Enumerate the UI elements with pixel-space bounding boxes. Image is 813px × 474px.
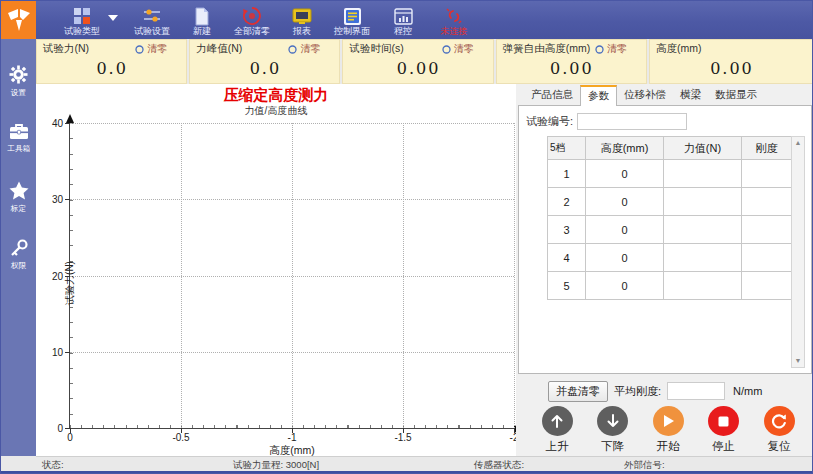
clear-test-force-button[interactable]: 清零: [135, 42, 167, 56]
table-cell: [742, 244, 792, 272]
x-tick-label: -1.5: [394, 432, 411, 443]
metric-label: 高度(mm): [656, 42, 702, 56]
x-tick-label: 0: [67, 432, 73, 443]
clear-peak-force-button[interactable]: 清零: [288, 42, 320, 56]
table-cell: 4: [548, 244, 586, 272]
stop-button[interactable]: 停止: [701, 406, 747, 454]
column-header-height: 高度(mm): [586, 137, 664, 160]
star-icon: [9, 181, 29, 200]
y-tick-label: 10: [52, 346, 63, 357]
x-tick-label: -1: [288, 432, 297, 443]
sidebar-item-label: 权限: [11, 261, 26, 272]
clear-test-time-button[interactable]: 清零: [442, 42, 474, 56]
toolbar-item-label: 程控: [394, 26, 412, 37]
tab-data-display[interactable]: 数据显示: [708, 86, 764, 105]
toolbar-disconnected-indicator[interactable]: 未连接: [426, 1, 482, 39]
avg-stiffness-label: 平均刚度:: [614, 384, 661, 399]
table-cell: [742, 188, 792, 216]
toolbar-test-type-button[interactable]: 试验类型: [54, 1, 110, 39]
tab-parameters[interactable]: 参数: [580, 85, 617, 106]
clear-label: 清零: [300, 42, 320, 56]
steps-table: 5档 高度(mm) 力值(N) 刚度 1020304050 ▲ ▼: [547, 136, 805, 368]
x-tick-label: -0.5: [172, 432, 189, 443]
control-label: 上升: [546, 439, 569, 454]
clear-circle-icon: [595, 45, 604, 54]
avg-stiffness-input[interactable]: [667, 382, 725, 400]
sidebar-item-settings[interactable]: 设置: [1, 61, 36, 119]
toolbar-item-label: 试验类型: [64, 26, 100, 37]
toolbar-program-control-button[interactable]: 程控: [380, 1, 426, 39]
y-tick-label: 30: [52, 194, 63, 205]
right-panel: 产品信息 参数 位移补偿 横梁 数据显示 试验编号: 5档 高度(mm) 力值(…: [516, 84, 813, 456]
table-cell: 0: [586, 244, 664, 272]
tab-product-info[interactable]: 产品信息: [524, 86, 580, 105]
stop-icon: [708, 406, 739, 436]
play-icon: [653, 406, 684, 436]
table-cell: 3: [548, 216, 586, 244]
y-tick-label: 20: [52, 270, 63, 281]
tab-displacement-compensation[interactable]: 位移补偿: [617, 86, 673, 105]
sidebar-item-toolbox[interactable]: 工具箱: [1, 119, 36, 177]
toolbar-report-button[interactable]: 报表: [280, 1, 324, 39]
program-control-icon: [394, 6, 413, 26]
metric-free-height: 弹簧自由高度(mm) 清零 0.00: [496, 39, 647, 84]
toolbar-item-label: 控制界面: [334, 26, 370, 37]
toolbar-clear-all-button[interactable]: 全部清零: [224, 1, 280, 39]
scroll-up-icon[interactable]: ▲: [795, 137, 802, 149]
clear-circle-icon: [135, 45, 144, 54]
y-axis-label: 试验力(N): [63, 261, 77, 305]
table-cell: [664, 216, 742, 244]
table-cell: 0: [586, 160, 664, 188]
metric-label: 弹簧自由高度(mm): [503, 42, 591, 56]
table-row[interactable]: 10: [548, 160, 792, 188]
gridline: [181, 123, 182, 428]
reset-icon: [764, 406, 795, 436]
metric-label: 试验时间(s): [349, 42, 403, 56]
table-row[interactable]: 20: [548, 188, 792, 216]
scroll-down-icon[interactable]: ▼: [795, 355, 802, 367]
clear-all-icon: [242, 6, 262, 26]
app-logo-icon: [1, 1, 36, 39]
table-cell: [664, 272, 742, 300]
table-cell: [742, 160, 792, 188]
table-cell: 0: [586, 272, 664, 300]
parameters-panel: 试验编号: 5档 高度(mm) 力值(N) 刚度 1020304050: [518, 106, 812, 374]
new-document-icon: [194, 6, 210, 26]
sidebar-item-label: 标定: [11, 204, 26, 215]
move-up-button[interactable]: 上升: [534, 406, 580, 454]
disconnected-link-icon: [444, 6, 464, 26]
toolbar-test-settings-button[interactable]: 试验设置: [124, 1, 180, 39]
y-tick-label: 0: [57, 423, 63, 434]
table-row[interactable]: 40: [548, 244, 792, 272]
control-label: 下降: [601, 439, 624, 454]
tare-plate-zero-button[interactable]: 并盘清零: [548, 381, 608, 402]
gridline: [292, 123, 293, 428]
clear-label: 清零: [454, 42, 474, 56]
table-cell: 2: [548, 188, 586, 216]
report-icon: [292, 6, 312, 26]
table-cell: 5: [548, 272, 586, 300]
column-header-stiffness: 刚度: [742, 137, 792, 160]
plot-area[interactable]: 试验力(N) 高度(mm) 0102030400-0.5-1-1.5-2: [69, 123, 514, 429]
dropdown-caret-icon[interactable]: [108, 15, 118, 21]
table-row[interactable]: 30: [548, 216, 792, 244]
table-row[interactable]: 50: [548, 272, 792, 300]
sidebar-item-calibration[interactable]: 标定: [1, 177, 36, 235]
reset-button[interactable]: 复位: [756, 406, 802, 454]
toolbar-item-label: 全部清零: [234, 26, 270, 37]
start-button[interactable]: 开始: [645, 406, 691, 454]
clear-free-height-button[interactable]: 清零: [595, 42, 627, 56]
move-down-button[interactable]: 下降: [590, 406, 636, 454]
column-header-step: 5档: [548, 137, 586, 160]
clear-label: 清零: [607, 42, 627, 56]
table-cell: 0: [586, 216, 664, 244]
table-cell: [664, 244, 742, 272]
clear-circle-icon: [442, 45, 451, 54]
table-scrollbar[interactable]: ▲ ▼: [791, 136, 805, 368]
toolbar-new-button[interactable]: 新建: [180, 1, 224, 39]
sidebar-item-permissions[interactable]: 权限: [1, 235, 36, 293]
test-number-input[interactable]: [577, 113, 687, 130]
tab-crossbeam[interactable]: 横梁: [673, 86, 708, 105]
metric-peak-force: 力峰值(N) 清零 0.0: [189, 39, 340, 84]
toolbar-control-panel-button[interactable]: 控制界面: [324, 1, 380, 39]
